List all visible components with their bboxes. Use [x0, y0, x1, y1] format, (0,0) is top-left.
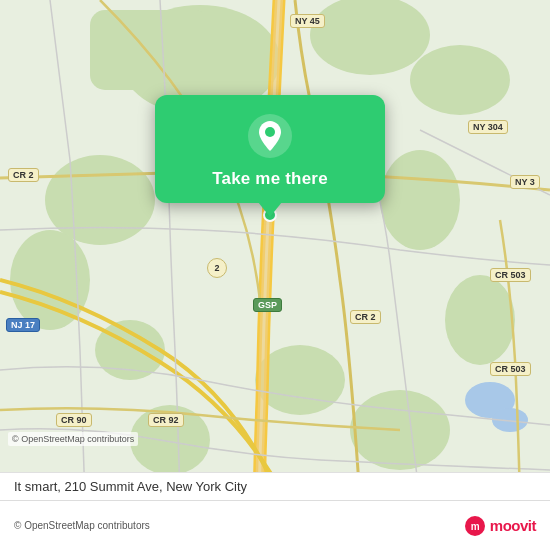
- road-badge-nj17: NJ 17: [6, 318, 40, 332]
- road-badge-ny304: NY 304: [468, 120, 508, 134]
- moovit-logo: m moovit: [464, 515, 536, 537]
- moovit-icon: m: [464, 515, 486, 537]
- road-badge-2: 2: [207, 258, 227, 278]
- popup-label: Take me there: [212, 169, 328, 189]
- svg-rect-2: [90, 10, 210, 90]
- road-badge-ny3: NY 3: [510, 175, 540, 189]
- road-badge-cr2-right: CR 2: [350, 310, 381, 324]
- svg-text:m: m: [471, 521, 480, 532]
- svg-point-7: [45, 155, 155, 245]
- svg-point-17: [265, 127, 275, 137]
- road-badge-cr503-top: CR 503: [490, 268, 531, 282]
- road-badge-gsp: GSP: [253, 298, 282, 312]
- location-pin-icon: [247, 113, 293, 159]
- road-badge-cr2-left: CR 2: [8, 168, 39, 182]
- bottom-bar: © OpenStreetMap contributors m moovit: [0, 500, 550, 550]
- attribution-text: © OpenStreetMap contributors: [14, 520, 454, 531]
- svg-point-6: [445, 275, 515, 365]
- road-badge-cr503-bot: CR 503: [490, 362, 531, 376]
- road-badge-ny45: NY 45: [290, 14, 325, 28]
- take-me-there-popup[interactable]: Take me there: [155, 95, 385, 203]
- moovit-text: moovit: [490, 517, 536, 534]
- road-badge-cr92: CR 92: [148, 413, 184, 427]
- svg-point-9: [95, 320, 165, 380]
- osm-attribution-map: © OpenStreetMap contributors: [8, 432, 138, 446]
- address-text: It smart, 210 Summit Ave, New York City: [14, 479, 247, 494]
- address-bar: It smart, 210 Summit Ave, New York City: [0, 472, 550, 500]
- map: NY 45 NY 304 NY 3 CR 2 CR 2 CR 503 CR 50…: [0, 0, 550, 500]
- svg-point-4: [410, 45, 510, 115]
- road-badge-cr90: CR 90: [56, 413, 92, 427]
- svg-point-5: [380, 150, 460, 250]
